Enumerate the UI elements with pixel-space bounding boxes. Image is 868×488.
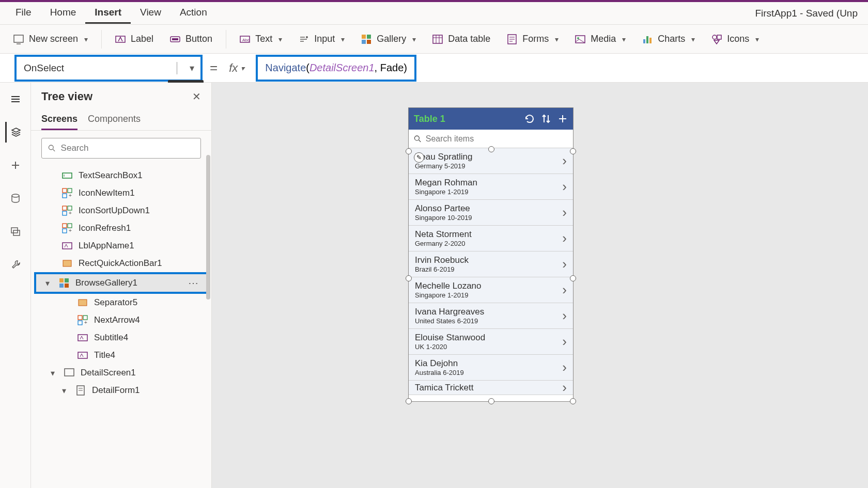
media-rail-button[interactable]: [5, 221, 26, 242]
app-header: Table 1: [409, 108, 573, 130]
gallery-row[interactable]: Mechelle LozanoSingapore 1-2019›: [409, 277, 573, 303]
chevron-down-icon: ▾: [555, 35, 559, 43]
menu-action[interactable]: Action: [171, 3, 216, 24]
selection-handle[interactable]: [488, 398, 494, 404]
chevron-right-icon: ›: [562, 282, 567, 298]
icons-icon: [711, 34, 722, 44]
selection-handle[interactable]: [488, 146, 494, 152]
gallery-row[interactable]: Neta StormentGermany 2-2020›: [409, 226, 573, 251]
label-icon: [115, 34, 126, 44]
selection-handle[interactable]: [406, 148, 412, 154]
selection-handle[interactable]: [570, 398, 576, 404]
svg-rect-62: [65, 284, 69, 288]
refresh-icon[interactable]: [524, 114, 535, 124]
tree-item-label: IconRefresh1: [79, 223, 131, 233]
button-button[interactable]: Button: [163, 30, 220, 48]
menubar: File Home Insert View Action FirstApp1 -…: [0, 2, 868, 25]
sort-icon[interactable]: [541, 114, 551, 124]
canvas[interactable]: Table 1 Beau SpratlingGermany 5-2019›Meg…: [212, 83, 868, 488]
tree-item-detailform1[interactable]: ▾DetailForm1: [31, 382, 211, 399]
chevron-down-icon: ▾: [622, 35, 626, 43]
tree-item-textsearchbox1[interactable]: TextSearchBox1: [31, 167, 211, 184]
tree-search[interactable]: [41, 138, 201, 159]
text-label: Text: [255, 34, 272, 44]
icons-button[interactable]: Icons ▾: [704, 30, 766, 48]
text-button[interactable]: Abc Text ▾: [233, 30, 289, 48]
search-icon: [414, 135, 422, 143]
add-icon[interactable]: [557, 114, 568, 124]
phone-search[interactable]: [409, 130, 573, 148]
menu-file[interactable]: File: [6, 3, 41, 24]
selection-handle[interactable]: [406, 275, 412, 281]
gallery-row[interactable]: Kia DejohnAustralia 6-2019›: [409, 355, 573, 381]
selection-handle[interactable]: [570, 148, 576, 154]
gallery-row[interactable]: Ivana HargreavesUnited States 6-2019›: [409, 303, 573, 329]
row-subtitle: UK 1-2020: [415, 343, 562, 351]
group-icon: +: [62, 223, 72, 233]
row-subtitle: Singapore 1-2019: [415, 188, 562, 196]
tree-view-button[interactable]: [5, 122, 26, 143]
tree-item-browsegallery1[interactable]: ▾BrowseGallery1⋯: [34, 272, 208, 294]
svg-rect-54: [63, 229, 67, 233]
property-selector[interactable]: OnSelect ▾ Property: [14, 55, 203, 82]
row-title: Irvin Roebuck: [415, 255, 562, 265]
tab-screens[interactable]: Screens: [41, 109, 78, 130]
label-button[interactable]: Label: [108, 30, 161, 48]
tree-item-iconnewitem1[interactable]: +IconNewItem1: [31, 184, 211, 202]
tab-components[interactable]: Components: [88, 109, 141, 130]
tree-item-rectquickactionbar1[interactable]: RectQuickActionBar1: [31, 255, 211, 272]
svg-rect-49: [68, 206, 72, 210]
formula-input[interactable]: Navigate(DetailScreen1, Fade): [256, 55, 416, 82]
gallery-row[interactable]: Tamica Trickett›: [409, 381, 573, 395]
gallery-row[interactable]: Megan RohmanSingapore 1-2019›: [409, 174, 573, 200]
charts-button[interactable]: Charts ▾: [635, 30, 702, 48]
data-table-button[interactable]: Data table: [425, 30, 498, 48]
tree-item-subtitle4[interactable]: Subtitle4: [31, 329, 211, 347]
fx-button[interactable]: fx ▾: [225, 61, 249, 75]
gallery-button[interactable]: Gallery ▾: [354, 30, 423, 48]
tree-item-lblappname1[interactable]: LblAppName1: [31, 237, 211, 255]
insert-rail-button[interactable]: [5, 155, 26, 176]
tools-rail-button[interactable]: [5, 254, 26, 275]
group-icon: +: [62, 188, 72, 198]
menu-view[interactable]: View: [131, 3, 171, 24]
gallery[interactable]: Beau SpratlingGermany 5-2019›Megan Rohma…: [409, 148, 573, 395]
media-button[interactable]: Media ▾: [568, 30, 633, 48]
equals-sign: =: [210, 60, 218, 76]
hamburger-button[interactable]: [5, 89, 26, 109]
tree-item-label: IconNewItem1: [79, 188, 135, 198]
chevron-right-icon: ›: [562, 308, 567, 324]
shape-icon: [62, 258, 72, 269]
tree-item-label: BrowseGallery1: [75, 278, 137, 288]
tree-item-iconrefresh1[interactable]: +IconRefresh1: [31, 219, 211, 237]
tree-item-nextarrow4[interactable]: +NextArrow4: [31, 311, 211, 329]
menu-home[interactable]: Home: [41, 3, 86, 24]
gallery-row[interactable]: Alonso ParteeSingapore 10-2019›: [409, 200, 573, 226]
gallery-row[interactable]: Elouise StanwoodUK 1-2020›: [409, 329, 573, 355]
tree-search-input[interactable]: [61, 143, 194, 153]
data-rail-button[interactable]: [5, 188, 26, 209]
separator: [226, 30, 226, 49]
new-screen-button[interactable]: New screen ▾: [6, 30, 95, 48]
menu-insert[interactable]: Insert: [85, 3, 131, 24]
gallery-row[interactable]: Irvin RoebuckBrazil 6-2019›: [409, 251, 573, 277]
input-button[interactable]: Input ▾: [291, 30, 352, 48]
phone-search-input[interactable]: [426, 134, 568, 144]
selection-handle[interactable]: [570, 275, 576, 281]
scrollbar[interactable]: [206, 155, 210, 300]
svg-point-79: [414, 136, 419, 140]
tree-item-title4[interactable]: Title4: [31, 347, 211, 364]
selection-handle[interactable]: [406, 398, 412, 404]
tree-item-separator5[interactable]: Separator5: [31, 294, 211, 311]
row-title: Tamica Trickett: [415, 383, 562, 393]
form-icon: [75, 385, 86, 396]
forms-button[interactable]: Forms ▾: [500, 30, 566, 48]
edit-template-icon[interactable]: ✎: [414, 152, 424, 163]
button-label: Button: [185, 34, 212, 44]
more-button[interactable]: ⋯: [188, 277, 199, 289]
tree-item-detailscreen1[interactable]: ▾DetailScreen1: [31, 364, 211, 382]
formula-arg1: DetailScreen1: [309, 62, 375, 74]
tree-item-label: TextSearchBox1: [79, 170, 143, 181]
close-button[interactable]: ✕: [192, 90, 201, 103]
tree-item-iconsortupdown1[interactable]: +IconSortUpDown1: [31, 202, 211, 219]
